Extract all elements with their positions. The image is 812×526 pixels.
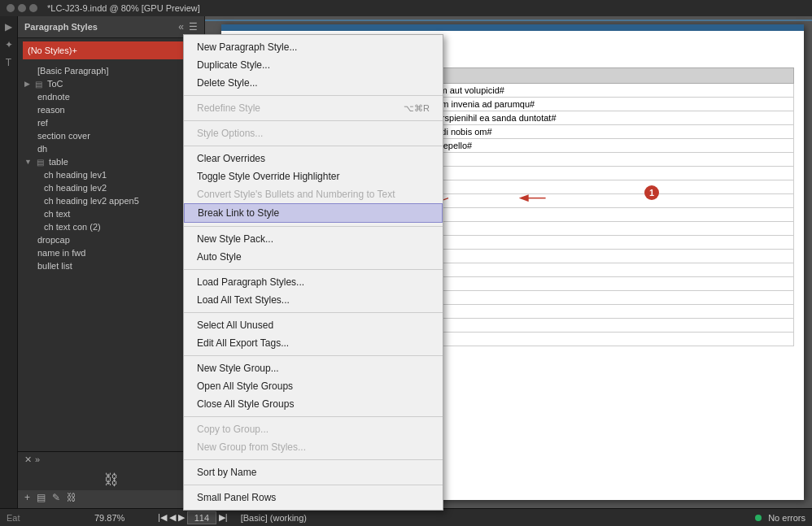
- style-item-bullet-list[interactable]: bullet list: [18, 259, 204, 272]
- menu-label: Sort by Name: [197, 467, 256, 478]
- menu-load-paragraph-styles[interactable]: Load Paragraph Styles...: [184, 273, 443, 291]
- style-item-reason[interactable]: reason: [18, 103, 204, 116]
- menu-label: Edit All Export Tags...: [197, 337, 289, 349]
- sub-panel-arrows[interactable]: »: [35, 454, 40, 464]
- style-item-ch-heading-lev2-appen5[interactable]: ch heading lev2 appen5: [18, 194, 204, 207]
- window-controls[interactable]: [7, 4, 37, 12]
- menu-small-panel-rows[interactable]: Small Panel Rows: [184, 489, 443, 506]
- menu-label: Delete Style...: [197, 77, 258, 89]
- menu-close-all-style-groups[interactable]: Close All Style Groups: [184, 395, 443, 413]
- style-search-bar[interactable]: (No Styles)+ 3: [23, 41, 199, 59]
- minimize-button[interactable]: [18, 4, 26, 12]
- tool-icon-2[interactable]: ✦: [3, 37, 15, 52]
- menu-copy-to-group: Copy to Group...: [184, 420, 443, 438]
- menu-new-paragraph-style[interactable]: New Paragraph Style...: [184, 38, 443, 56]
- expand-arrow: ▼: [24, 158, 32, 166]
- menu-label: Open All Style Groups: [197, 380, 293, 392]
- shortcut: ⌥⌘R: [404, 103, 430, 114]
- close-button[interactable]: [7, 4, 15, 12]
- style-item-dropcap[interactable]: dropcap: [18, 233, 204, 246]
- error-status: No errors: [768, 513, 805, 523]
- menu-label: New Style Group...: [197, 363, 279, 374]
- style-item-ch-heading-lev2[interactable]: ch heading lev2: [18, 181, 204, 194]
- app-body: ▶ ✦ T Paragraph Styles « ☰ (No Styles)+ …: [0, 16, 812, 508]
- menu-label: New Group from Styles...: [197, 441, 306, 453]
- cell-title: #: [387, 180, 793, 194]
- style-label: name in fwd: [37, 248, 85, 258]
- menu-new-style-pack[interactable]: New Style Pack...: [184, 230, 443, 248]
- maximize-button[interactable]: [29, 4, 37, 12]
- menu-select-all-unused[interactable]: Select All Unused: [184, 316, 443, 334]
- options-button[interactable]: ✎: [50, 490, 62, 505]
- tool-icon-1[interactable]: ▶: [3, 20, 14, 34]
- annotation-1: 1: [644, 185, 659, 200]
- style-item-endnote[interactable]: endnote: [18, 90, 204, 103]
- menu-open-all-style-groups[interactable]: Open All Style Groups: [184, 377, 443, 395]
- style-label: ToC: [47, 79, 63, 89]
- style-item-ref[interactable]: ref: [18, 116, 204, 129]
- menu-label: Load Paragraph Styles...: [197, 276, 304, 288]
- separator-9: [184, 459, 443, 460]
- panel-header: Paragraph Styles « ☰: [18, 16, 204, 38]
- menu-label: Close All Style Groups: [197, 398, 294, 410]
- style-item-basic-paragraph[interactable]: [Basic Paragraph]: [18, 64, 204, 77]
- menu-auto-style[interactable]: Auto Style: [184, 248, 443, 266]
- link-button[interactable]: ⛓: [65, 490, 78, 505]
- menu-label: Load All Text Styles...: [197, 294, 290, 306]
- prev-page-button[interactable]: |◀: [158, 512, 167, 523]
- menu-label: Auto Style: [197, 251, 242, 263]
- cell-title: #: [387, 236, 793, 250]
- separator-5: [184, 269, 443, 270]
- prev-button[interactable]: ◀: [169, 512, 176, 523]
- page-input[interactable]: [187, 511, 216, 524]
- menu-duplicate-style[interactable]: Duplicate Style...: [184, 56, 443, 74]
- menu-break-link[interactable]: Break Link to Style: [184, 203, 443, 223]
- style-label: table: [49, 157, 68, 167]
- panel-menu-icon[interactable]: ☰: [189, 21, 198, 33]
- separator-4: [184, 226, 443, 227]
- sub-panel-close[interactable]: ✕: [24, 454, 32, 465]
- menu-delete-style[interactable]: Delete Style...: [184, 74, 443, 92]
- panel-title: Paragraph Styles: [24, 22, 98, 32]
- next-page-button[interactable]: ▶|: [219, 512, 228, 523]
- menu-load-all-text-styles[interactable]: Load All Text Styles...: [184, 291, 443, 309]
- menu-label: Style Options...: [197, 128, 263, 139]
- style-item-toc[interactable]: ▶ ▤ ToC: [18, 77, 204, 90]
- style-item-table[interactable]: ▼ ▤ table: [18, 155, 204, 168]
- zoom-value: 79.87%: [94, 513, 124, 523]
- menu-label: Select All Unused: [197, 320, 273, 331]
- cell-title: #: [387, 333, 793, 346]
- style-label: section cover: [37, 131, 90, 141]
- cell-title: #: [387, 194, 793, 208]
- panel-header-icons: « ☰: [178, 21, 198, 33]
- cell-title: Nihit abor rerspienihil ea sanda duntota…: [387, 111, 793, 125]
- menu-sort-by-name[interactable]: Sort by Name: [184, 463, 443, 481]
- paragraph-styles-panel: Paragraph Styles « ☰ (No Styles)+ 3 [Bas…: [18, 16, 205, 508]
- style-item-ch-heading-lev1[interactable]: ch heading lev1: [18, 168, 204, 181]
- style-item-ch-text[interactable]: ch text: [18, 207, 204, 220]
- cell-title: #: [387, 167, 793, 180]
- next-button[interactable]: ▶: [178, 512, 185, 523]
- cell-title: #: [387, 250, 793, 263]
- zoom-level: 79.87%: [94, 513, 151, 523]
- style-item-ch-text-con[interactable]: ch text con (2): [18, 220, 204, 233]
- separator-6: [184, 312, 443, 313]
- cell-title: #: [387, 305, 793, 319]
- status-bar-left: Eat: [7, 513, 88, 523]
- menu-new-style-group[interactable]: New Style Group...: [184, 359, 443, 377]
- style-item-name-in-fwd[interactable]: name in fwd: [18, 246, 204, 259]
- collapse-icon[interactable]: «: [178, 21, 184, 33]
- style-item-section-cover[interactable]: section cover: [18, 129, 204, 142]
- new-style-button[interactable]: +: [23, 490, 32, 505]
- menu-toggle-override-highlighter[interactable]: Toggle Style Override Highlighter: [184, 167, 443, 185]
- menu-edit-export-tags[interactable]: Edit All Export Tags...: [184, 334, 443, 352]
- style-item-dh[interactable]: dh: [18, 142, 204, 155]
- menu-clear-overrides[interactable]: Clear Overrides: [184, 150, 443, 167]
- tool-icon-3[interactable]: T: [4, 55, 13, 70]
- folder-button[interactable]: ▤: [35, 490, 47, 505]
- menu-label: Small Panel Rows: [197, 492, 276, 503]
- cell-title: Tem quo dem aut volupicid#: [387, 84, 793, 98]
- working-style: [Basic] (working): [241, 513, 307, 523]
- menu-style-options: Style Options...: [184, 124, 443, 142]
- cell-title: #: [387, 319, 793, 333]
